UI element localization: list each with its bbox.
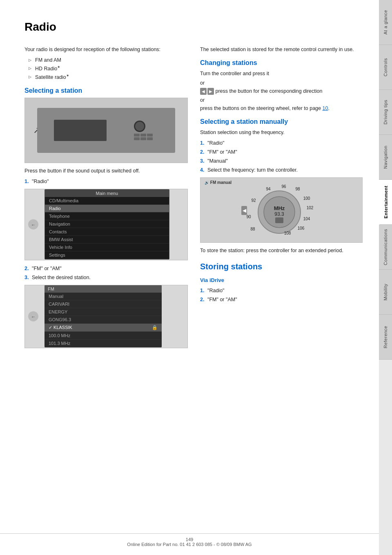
list-item: 2. "FM" or "AM" xyxy=(200,295,363,304)
svg-text:94: 94 xyxy=(266,187,271,191)
dial-svg: MHz 93.3 88 90 92 94 96 98 xyxy=(241,181,322,239)
svg-text:◀: ◀ xyxy=(243,208,247,213)
changing-text-3: press the buttons on the steering wheel,… xyxy=(200,105,363,112)
radio-unit-image: ↗ xyxy=(24,98,188,163)
or-2: or xyxy=(200,97,363,103)
list-item: FM and AM xyxy=(29,56,188,64)
left-column: Your radio is designed for reception of … xyxy=(24,46,188,352)
via-idrive-heading: Via iDrive xyxy=(200,277,363,283)
storing-steps: 1. "Radio" 2. "FM" or "AM" xyxy=(200,286,363,304)
main-content: Radio Your radio is designed for recepti… xyxy=(0,0,379,377)
svg-text:104: 104 xyxy=(303,217,310,221)
list-item: Satellite radio✶ xyxy=(29,73,188,81)
list-item: 2. "FM" or "AM" xyxy=(200,148,363,156)
svg-text:88: 88 xyxy=(250,227,255,231)
svg-text:106: 106 xyxy=(298,226,305,231)
list-item: 1. "Radio" xyxy=(200,139,363,147)
list-item: HD Radio✶ xyxy=(29,64,188,73)
svg-text:108: 108 xyxy=(284,231,291,235)
svg-text:90: 90 xyxy=(246,215,251,219)
press-button-text: Press the button if the sound output is … xyxy=(24,167,188,175)
svg-text:102: 102 xyxy=(307,206,314,210)
selected-station-text: The selected station is stored for the r… xyxy=(200,46,363,54)
direction-buttons: ◀ ▶ xyxy=(200,88,214,95)
changing-stations-heading: Changing stations xyxy=(200,59,363,67)
svg-text:92: 92 xyxy=(251,198,256,203)
list-item: 1. "Radio" xyxy=(200,286,363,295)
svg-text:100: 100 xyxy=(303,196,310,201)
sidebar-tab-reference[interactable]: Reference xyxy=(379,315,392,360)
fm-list-image: ← FM Manual CARIVARI ENERGY GONG96.3 ✓ K… xyxy=(24,285,188,348)
sidebar-tab-navigation[interactable]: Navigation xyxy=(379,135,392,180)
manual-text-1: Station selection using the frequency. xyxy=(200,129,363,137)
main-menu-image: ← Main menu CD/Multimedia Radio Telephon… xyxy=(24,189,188,260)
page-footer: 149 Online Edition for Part no. 01 41 2 … xyxy=(0,533,379,547)
list-item: 3. Select the desired station. xyxy=(24,273,188,282)
manual-steps: 1. "Radio" 2. "FM" or "AM" 3. "Manual" 4… xyxy=(200,139,363,174)
list-item: 1. "Radio" xyxy=(24,177,188,186)
list-item: 4. Select the frequency: turn the contro… xyxy=(200,166,363,174)
sidebar-tab-at-a-glance[interactable]: At a glance xyxy=(379,0,392,45)
sidebar-tab-communications[interactable]: Communications xyxy=(379,225,392,270)
list-item: 2. "FM" or "AM" xyxy=(24,264,188,273)
sidebar-tab-controls[interactable]: Controls xyxy=(379,45,392,90)
right-column: The selected station is stored for the r… xyxy=(200,46,363,352)
selecting-station-heading: Selecting a station xyxy=(24,87,188,94)
station-types-list: FM and AM HD Radio✶ Satellite radio✶ xyxy=(29,56,188,81)
page-number: 149 xyxy=(186,537,193,542)
sidebar-tab-driving-tips[interactable]: Driving tips xyxy=(379,90,392,135)
two-col-layout: Your radio is designed for reception of … xyxy=(24,46,363,352)
svg-text:98: 98 xyxy=(295,187,300,191)
selecting-steps: 1. "Radio" xyxy=(24,177,188,186)
svg-text:MHz: MHz xyxy=(274,205,285,211)
svg-text:93.3: 93.3 xyxy=(274,211,284,217)
list-item: 3. "Manual" xyxy=(200,157,363,165)
changing-text-2: ◀ ▶ press the button for the correspondi… xyxy=(200,87,363,95)
storing-stations-heading: Storing stations xyxy=(200,262,363,271)
page-title: Radio xyxy=(24,20,363,34)
svg-text:96: 96 xyxy=(281,184,286,189)
selecting-manually-heading: Selecting a station manually xyxy=(200,118,363,125)
sidebar-tab-mobility[interactable]: Mobility xyxy=(379,270,392,315)
sidebar-tab-entertainment[interactable]: Entertainment xyxy=(379,180,392,225)
store-station-text: To store the station: press the controll… xyxy=(200,247,363,255)
intro-text: Your radio is designed for reception of … xyxy=(24,46,188,54)
fm-dial-image: 🔊 FM manual MHz 93.3 xyxy=(200,177,363,243)
sidebar: At a glance Controls Driving tips Naviga… xyxy=(379,0,392,555)
svg-rect-5 xyxy=(275,217,283,223)
changing-text-1: Turn the controller and press it xyxy=(200,70,363,78)
footer-text: Online Edition for Part no. 01 41 2 603 … xyxy=(127,542,252,547)
or-1: or xyxy=(200,80,363,86)
selecting-steps-2-3: 2. "FM" or "AM" 3. Select the desired st… xyxy=(24,264,188,282)
